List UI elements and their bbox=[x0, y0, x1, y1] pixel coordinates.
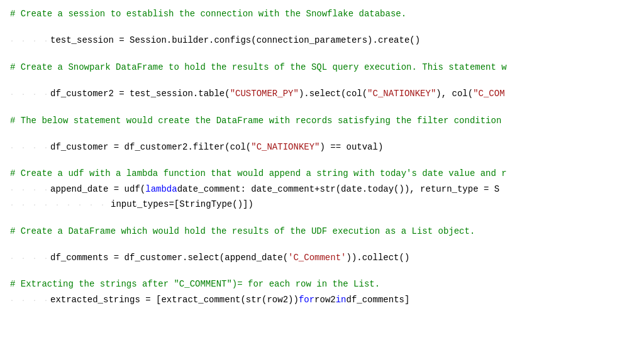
blank-line bbox=[10, 212, 634, 224]
code-text: test_session = Session.builder.configs(c… bbox=[50, 33, 420, 47]
code-line: · · · · · · · ·df_customer2 = test_sessi… bbox=[10, 86, 634, 101]
code-text: input_types=[StringType()]) bbox=[111, 197, 253, 211]
indent-dots-2: · · · · · · · · · · · · · · · · · · · bbox=[10, 200, 111, 211]
blank-line bbox=[10, 48, 634, 60]
comment-text: # Create a session to establish the conn… bbox=[10, 7, 406, 21]
keyword: in bbox=[336, 293, 347, 307]
code-text: ), col( bbox=[436, 87, 473, 101]
code-text: extracted_strings = [extract_comment(str… bbox=[50, 293, 299, 307]
comment-text: # Create a DataFrame which would hold th… bbox=[10, 224, 475, 238]
code-line: · · · · · · · ·append_date = udf(lambda … bbox=[10, 182, 634, 197]
code-line: · · · · · · · ·test_session = Session.bu… bbox=[10, 33, 634, 48]
code-text: df_comments = df_customer.select(append_… bbox=[50, 251, 288, 265]
code-container: # Create a session to establish the conn… bbox=[0, 0, 644, 345]
blank-line bbox=[10, 75, 634, 86]
code-line: # Create a session to establish the conn… bbox=[10, 6, 634, 21]
code-line: # Extracting the strings after "C_COMMEN… bbox=[10, 277, 634, 292]
string-literal: "CUSTOMER_PY" bbox=[230, 87, 299, 101]
keyword: lambda bbox=[145, 182, 177, 196]
blank-line bbox=[10, 21, 634, 33]
code-line: # Create a DataFrame which would hold th… bbox=[10, 224, 634, 239]
code-text: row2 bbox=[314, 293, 336, 307]
code-line: # Create a udf with a lambda function th… bbox=[10, 166, 634, 181]
code-text: df_customer = df_customer2.filter(col( bbox=[50, 140, 251, 154]
code-block: # Create a session to establish the conn… bbox=[0, 6, 644, 307]
blank-line bbox=[10, 239, 634, 250]
code-text: date_comment: date_comment+str(date.toda… bbox=[177, 182, 499, 196]
indent-dots: · · · · · · · · bbox=[10, 36, 50, 47]
blank-line bbox=[10, 155, 634, 166]
comment-text: # Extracting the strings after "C_COMMEN… bbox=[10, 277, 380, 291]
code-text: df_customer2 = test_session.table( bbox=[50, 87, 230, 101]
code-text: df_comments] bbox=[347, 293, 410, 307]
code-text: ).select(col( bbox=[299, 87, 367, 101]
code-line: · · · · · · · · · · · · · · · · · · ·inp… bbox=[10, 197, 634, 212]
code-line: · · · · · · · ·df_comments = df_customer… bbox=[10, 250, 634, 265]
blank-line bbox=[10, 128, 634, 140]
comment-text: # Create a udf with a lambda function th… bbox=[10, 167, 507, 180]
blank-line bbox=[10, 102, 634, 113]
code-line: · · · · · · · ·extracted_strings = [extr… bbox=[10, 292, 634, 307]
string-literal: "C_NATIONKEY" bbox=[251, 140, 319, 154]
keyword: for bbox=[299, 293, 314, 307]
indent-dots: · · · · · · · · bbox=[10, 296, 50, 306]
string-literal: 'C_Comment' bbox=[288, 251, 346, 265]
code-line: · · · · · · · ·df_customer = df_customer… bbox=[10, 140, 634, 155]
code-line: # Create a Snowpark DataFrame to hold th… bbox=[10, 60, 634, 75]
code-text: append_date = udf( bbox=[50, 182, 145, 196]
code-text: )).collect() bbox=[346, 251, 409, 265]
indent-dots: · · · · · · · · bbox=[10, 185, 50, 195]
string-literal: "C_COM bbox=[473, 87, 504, 101]
indent-dots: · · · · · · · · bbox=[10, 143, 50, 153]
blank-line bbox=[10, 265, 634, 277]
code-text: ) == outval) bbox=[319, 140, 383, 154]
indent-dots: · · · · · · · · bbox=[10, 254, 50, 264]
code-line: # The below statement would create the D… bbox=[10, 113, 634, 128]
string-literal: "C_NATIONKEY" bbox=[367, 87, 436, 101]
comment-text: # Create a Snowpark DataFrame to hold th… bbox=[10, 60, 507, 74]
indent-dots: · · · · · · · · bbox=[10, 90, 50, 100]
comment-text: # The below statement would create the D… bbox=[10, 114, 501, 128]
